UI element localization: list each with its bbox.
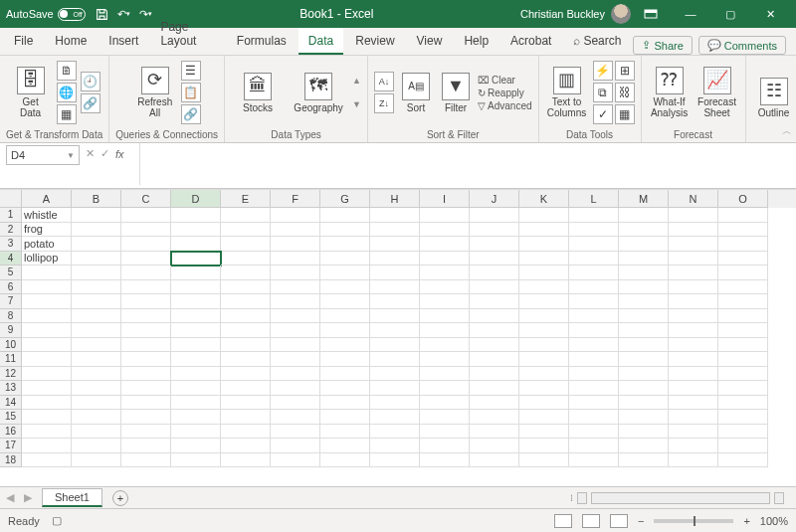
search-button[interactable]: Search [563,28,631,55]
what-if-button[interactable]: ⁇ What-If Analysis [648,60,692,125]
cell-M8[interactable] [619,309,669,324]
cell-I17[interactable] [420,439,470,453]
cell-I4[interactable] [420,252,470,266]
cell-K17[interactable] [519,439,569,453]
cell-B17[interactable] [72,439,121,453]
cell-C4[interactable] [121,252,171,266]
cell-J15[interactable] [470,410,519,425]
row-header-10[interactable]: 10 [0,338,22,353]
cell-D7[interactable] [171,294,221,309]
sheet-nav-prev-icon[interactable]: ◀ [6,491,14,504]
cell-G7[interactable] [320,294,370,309]
cell-O12[interactable] [718,367,768,382]
row-header-15[interactable]: 15 [0,410,22,425]
cell-F11[interactable] [271,352,320,367]
col-header-L[interactable]: L [569,190,619,208]
sheet-tab-active[interactable]: Sheet1 [42,488,102,507]
ribbon-options-icon[interactable] [631,0,671,28]
cell-C12[interactable] [121,367,171,382]
cell-N13[interactable] [669,381,718,396]
cell-K13[interactable] [519,381,569,396]
cell-G15[interactable] [320,410,370,425]
cell-M6[interactable] [619,280,669,295]
cell-K12[interactable] [519,367,569,382]
normal-view-icon[interactable] [554,514,572,528]
cell-I5[interactable] [420,266,470,280]
cell-K1[interactable] [519,208,569,223]
advanced-button[interactable]: ▽Advanced [478,100,531,111]
cell-L16[interactable] [569,425,619,440]
cell-G5[interactable] [320,266,370,280]
cell-I6[interactable] [420,280,470,295]
cell-F9[interactable] [271,323,320,338]
row-header-18[interactable]: 18 [0,453,22,468]
cell-B16[interactable] [72,425,121,440]
cell-K5[interactable] [519,266,569,280]
row-header-12[interactable]: 12 [0,367,22,382]
cell-N16[interactable] [669,425,718,440]
cell-N15[interactable] [669,410,718,425]
cell-D8[interactable] [171,309,221,324]
cell-C6[interactable] [121,280,171,295]
cell-L12[interactable] [569,367,619,382]
cell-I15[interactable] [420,410,470,425]
cell-M9[interactable] [619,323,669,338]
cell-J7[interactable] [470,294,519,309]
cell-H7[interactable] [370,294,420,309]
share-button[interactable]: ⇪Share [633,36,692,55]
cell-K11[interactable] [519,352,569,367]
consolidate-icon[interactable]: ⊞ [615,61,635,81]
cell-H5[interactable] [370,266,420,280]
row-header-16[interactable]: 16 [0,425,22,440]
cell-H9[interactable] [370,323,420,338]
cell-J13[interactable] [470,381,519,396]
row-header-17[interactable]: 17 [0,439,22,453]
cell-O16[interactable] [718,425,768,440]
cell-F2[interactable] [271,223,320,238]
cell-N2[interactable] [669,223,718,238]
cell-G11[interactable] [320,352,370,367]
cell-N5[interactable] [669,266,718,280]
cell-N14[interactable] [669,396,718,411]
cell-B18[interactable] [72,453,121,468]
cell-D2[interactable] [171,223,221,238]
cell-H14[interactable] [370,396,420,411]
cell-H17[interactable] [370,439,420,453]
cell-O15[interactable] [718,410,768,425]
cell-B7[interactable] [72,294,121,309]
recent-sources-icon[interactable]: 🕘 [81,72,100,91]
cell-N12[interactable] [669,367,718,382]
cell-J12[interactable] [470,367,519,382]
tab-page-layout[interactable]: Page Layout [150,14,224,55]
cell-A14[interactable] [22,396,72,411]
tab-help[interactable]: Help [454,28,498,55]
cell-E16[interactable] [221,425,271,440]
cell-L8[interactable] [569,309,619,324]
cell-J17[interactable] [470,439,519,453]
cell-B3[interactable] [72,237,121,252]
cell-B2[interactable] [72,223,121,238]
cell-J5[interactable] [470,266,519,280]
cell-C1[interactable] [121,208,171,223]
cell-B12[interactable] [72,367,121,382]
cell-L7[interactable] [569,294,619,309]
cell-F8[interactable] [271,309,320,324]
col-header-H[interactable]: H [370,190,420,208]
cell-H2[interactable] [370,223,420,238]
minimize-button[interactable]: — [671,0,710,28]
cell-E6[interactable] [221,280,271,295]
cell-E2[interactable] [221,223,271,238]
cell-I11[interactable] [420,352,470,367]
cell-E14[interactable] [221,396,271,411]
cell-A10[interactable] [22,338,72,353]
cell-F13[interactable] [271,381,320,396]
cell-J16[interactable] [470,425,519,440]
cell-B13[interactable] [72,381,121,396]
row-header-1[interactable]: 1 [0,208,22,223]
cell-J8[interactable] [470,309,519,324]
col-header-J[interactable]: J [470,190,519,208]
cell-H18[interactable] [370,453,420,468]
cell-M2[interactable] [619,223,669,238]
cell-O3[interactable] [718,237,768,252]
cancel-formula-icon[interactable]: ✕ [86,147,95,160]
